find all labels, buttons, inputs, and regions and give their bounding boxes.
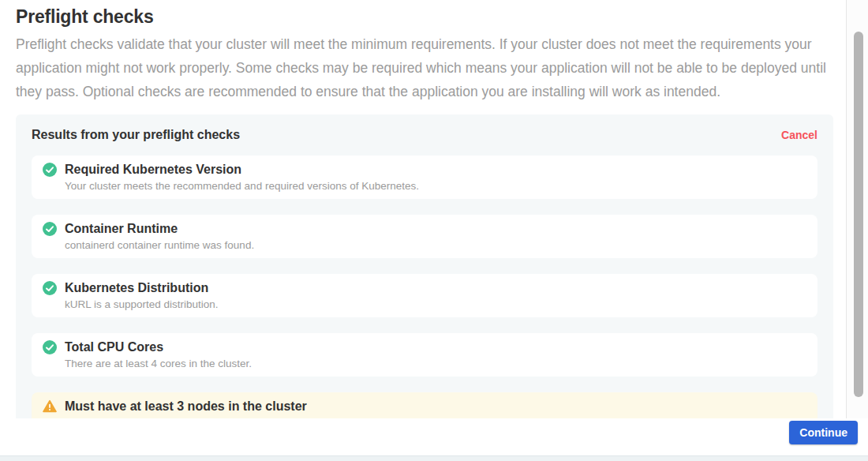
check-title: Must have at least 3 nodes in the cluste… (65, 399, 307, 414)
cancel-link[interactable]: Cancel (781, 129, 817, 141)
check-card: Required Kubernetes Version Your cluster… (32, 156, 817, 199)
check-description: There are at least 4 cores in the cluste… (65, 358, 252, 369)
check-card: Total CPU Cores There are at least 4 cor… (32, 333, 817, 377)
warning-triangle-icon (43, 399, 57, 414)
page-title: Preflight checks (16, 6, 833, 27)
check-circle-icon (43, 163, 57, 177)
check-title: Total CPU Cores (65, 339, 252, 354)
continue-button[interactable]: Continue (789, 421, 858, 444)
preflight-results-panel: Results from your preflight checks Cance… (16, 114, 833, 452)
check-circle-icon (43, 340, 57, 354)
check-text: Kubernetes Distribution kURL is a suppor… (65, 280, 219, 310)
footer-strip (0, 455, 868, 461)
check-description: Your cluster meets the recommended and r… (65, 180, 419, 192)
preflight-page: Preflight checks Preflight checks valida… (0, 0, 846, 461)
scrollbar-track[interactable] (846, 0, 868, 455)
bottom-bar: Continue (0, 418, 868, 455)
check-description: kURL is a supported distribution. (65, 298, 219, 310)
check-card: Container Runtime containerd container r… (32, 215, 817, 258)
scrollbar-thumb[interactable] (854, 32, 863, 397)
check-title: Kubernetes Distribution (65, 280, 219, 295)
page-intro: Preflight checks validate that your clus… (16, 32, 829, 103)
check-circle-icon (43, 281, 57, 295)
check-text: Container Runtime containerd container r… (65, 221, 254, 251)
check-text: Total CPU Cores There are at least 4 cor… (65, 339, 252, 369)
panel-title: Results from your preflight checks (32, 127, 240, 142)
panel-header: Results from your preflight checks Cance… (32, 127, 817, 142)
check-circle-icon (43, 222, 57, 236)
check-title: Required Kubernetes Version (65, 162, 419, 177)
check-description: containerd container runtime was found. (65, 239, 254, 251)
check-card: Kubernetes Distribution kURL is a suppor… (32, 274, 817, 317)
check-title: Container Runtime (65, 221, 254, 236)
check-text: Required Kubernetes Version Your cluster… (65, 162, 419, 192)
check-list: Required Kubernetes Version Your cluster… (32, 156, 817, 436)
